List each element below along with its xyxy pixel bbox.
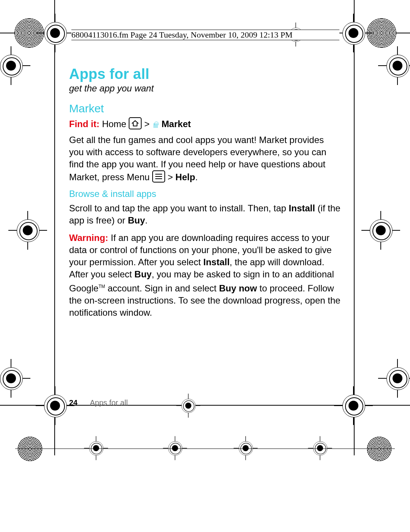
warn-install: Install xyxy=(203,257,229,267)
footer-page-number: 24 xyxy=(69,398,77,407)
intro-paragraph: Get all the fun games and cool apps you … xyxy=(69,134,341,183)
warn-buy: Buy xyxy=(134,269,151,279)
page-slug: 68004113016.fm Page 24 Tuesday, November… xyxy=(71,30,339,40)
intro-help: Help xyxy=(175,172,195,182)
find-it-home: Home xyxy=(102,119,126,129)
find-it-line: Find it: Home > Market xyxy=(69,117,341,130)
intro-sep: > xyxy=(165,172,175,182)
warn-text-4: account. Sign in and select xyxy=(105,283,219,293)
page-subtitle: get the app you want xyxy=(69,83,341,94)
page-footer: 24 Apps for all xyxy=(69,398,128,407)
page-title: Apps for all xyxy=(69,66,341,82)
warning-paragraph: Warning: If an app you are downloading r… xyxy=(69,232,341,319)
warn-tm: TM xyxy=(98,284,105,289)
menu-key-icon xyxy=(152,170,165,183)
scroll-text-3: . xyxy=(145,215,148,225)
intro-text-1: Get all the fun games and cool apps you … xyxy=(69,135,326,182)
scroll-install: Install xyxy=(289,203,315,213)
find-it-label: Find it: xyxy=(69,119,99,129)
market-icon xyxy=(152,121,159,128)
warning-label: Warning: xyxy=(69,233,108,243)
scroll-paragraph: Scroll to and tap the app you want to in… xyxy=(69,202,341,227)
section-heading-browse: Browse & install apps xyxy=(69,189,341,199)
scroll-buy: Buy xyxy=(128,215,145,225)
footer-section-name: Apps for all xyxy=(90,398,128,407)
find-it-market: Market xyxy=(161,119,191,129)
home-key-icon xyxy=(129,117,142,129)
scroll-text-1: Scroll to and tap the app you want to in… xyxy=(69,203,289,213)
find-it-sep: > xyxy=(144,119,150,129)
section-heading-market: Market xyxy=(69,102,341,115)
page-content: Apps for all get the app you want Market… xyxy=(69,66,341,324)
warn-buy-now: Buy now xyxy=(219,283,257,293)
intro-period: . xyxy=(195,172,198,182)
